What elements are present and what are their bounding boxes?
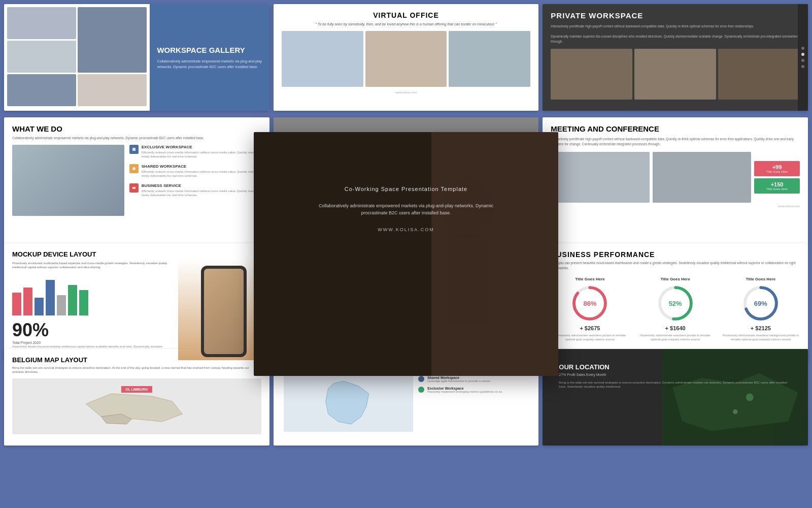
meeting-photo-1 xyxy=(551,152,649,203)
france-dot-1 xyxy=(418,376,424,382)
bar-3 xyxy=(35,298,44,315)
hero-background xyxy=(254,132,558,376)
service-business: BUSINESS SERVICE Efficiently unleash cro… xyxy=(129,183,261,198)
what-we-do-content: EXCLUSIVE WORKSPACE Efficiently unleash … xyxy=(12,145,261,216)
location-content: OUR LOCATION 27% Profit Sales Every Mont… xyxy=(551,356,800,396)
workspace-photo-3 xyxy=(7,41,76,73)
hero-bg-svg xyxy=(254,132,558,376)
france-item-1: Shared Workspace Leverage agile framewor… xyxy=(418,376,528,383)
sidebar-dot-4 xyxy=(801,65,804,68)
donut-chart-2: 52% xyxy=(658,285,693,321)
france-svg xyxy=(284,376,413,432)
perf-value-2: + $1640 xyxy=(636,325,715,331)
perf-value-3: + $2125 xyxy=(722,325,800,331)
donut-label-2: 52% xyxy=(669,299,682,307)
workspace-gallery-content: WORKSPACE GALLERY Collaboratively admini… xyxy=(150,4,269,111)
belgium-map-visual: OL LIMBURG xyxy=(12,378,261,434)
mockup-percent: 90% xyxy=(12,320,170,341)
meeting-desc: Interactively pontificate high-payoff co… xyxy=(551,137,800,147)
mockup-content-left: MOCKUP DEVICE LAYOUT Proactively envisio… xyxy=(4,243,178,360)
bar-7 xyxy=(79,290,88,315)
shared-name: SHARED WORKSPACE xyxy=(142,164,261,169)
france-map-visual xyxy=(284,376,413,432)
location-desc: Bring to the table win-win survival stra… xyxy=(559,380,792,389)
service-exclusive: EXCLUSIVE WORKSPACE Efficiently unleash … xyxy=(129,145,261,159)
belgium-map-label: OL LIMBURG xyxy=(121,386,152,393)
slide-meeting-conference: MEETING AND CONFERENCE Interactively pon… xyxy=(543,117,808,244)
private-workspace-photos xyxy=(551,49,800,100)
virtual-photo-3 xyxy=(449,31,530,87)
private-workspace-subtitle: Dynamically maintain superior dis-cussed… xyxy=(551,34,800,44)
bar-6 xyxy=(68,285,77,315)
business-text: BUSINESS SERVICE Efficiently unleash cro… xyxy=(142,183,261,198)
perf-label-1: Title Goes Here xyxy=(551,277,629,281)
france-dot-2 xyxy=(418,387,424,393)
workspace-gallery-desc: Collaboratively administrate empowered m… xyxy=(157,59,262,70)
bar-4 xyxy=(46,280,55,315)
shared-icon xyxy=(129,164,139,173)
donut-chart-3: 69% xyxy=(743,285,779,321)
slide-mockup-device: MOCKUP DEVICE LAYOUT Proactively envisio… xyxy=(4,243,269,360)
slide-workspace-gallery: WORKSPACE GALLERY Collaboratively admini… xyxy=(4,4,269,111)
workspace-gallery-title: WORKSPACE GALLERY xyxy=(157,45,262,55)
svg-rect-1 xyxy=(132,187,136,189)
bar-5 xyxy=(57,295,66,315)
france-item-name-1: Shared Workspace xyxy=(427,376,491,379)
what-we-do-title: WHAT WE DO xyxy=(12,124,261,133)
virtual-office-title: VIRTUAL OFFICE xyxy=(282,11,531,19)
stat-value-1: +99 xyxy=(759,164,795,170)
stat-box-1: +99 Title Goes Here xyxy=(754,161,800,176)
slide-what-we-do: WHAT WE DO Collaboratively administrate … xyxy=(4,117,269,244)
meeting-photos: +99 Title Goes Here +150 Title Goes Here xyxy=(551,152,800,203)
virtual-office-url: www.kolisa.com xyxy=(282,91,531,94)
workspace-photo-2 xyxy=(78,7,147,73)
virtual-office-photos xyxy=(282,31,531,87)
hero-description: Collaboratively administrate empowered m… xyxy=(310,202,502,217)
phone-screen xyxy=(204,269,244,354)
france-item-text-1: Shared Workspace Leverage agile framewor… xyxy=(427,376,491,383)
svg-point-0 xyxy=(132,167,136,170)
workspace-photo-grid xyxy=(4,4,150,111)
perf-sub-1: Interactively administrate seamless port… xyxy=(551,333,629,342)
location-title: OUR LOCATION xyxy=(559,363,792,371)
what-we-do-photo xyxy=(12,145,124,216)
slide-virtual-office: VIRTUAL OFFICE " To be fully seen by som… xyxy=(274,4,539,111)
mockup-bar-chart xyxy=(12,275,170,315)
exclusive-text: EXCLUSIVE WORKSPACE Efficiently unleash … xyxy=(142,145,261,159)
phone-mockup xyxy=(201,266,247,357)
business-name: BUSINESS SERVICE xyxy=(142,183,261,188)
perf-col-3: Title Goes Here 69% + $2125 Proactively … xyxy=(722,277,800,342)
france-content: Shared Workspace Leverage agile framewor… xyxy=(284,376,529,432)
private-photo-3 xyxy=(718,49,800,100)
bar-2 xyxy=(23,288,32,315)
hero-tagline: Co-Working Space Presentation Template xyxy=(264,186,548,192)
mockup-title: MOCKUP DEVICE LAYOUT xyxy=(12,250,170,258)
virtual-photo-2 xyxy=(365,31,447,87)
stat-sub-2: Title Goes Here xyxy=(759,187,795,190)
slide-belgium-map: BELGIUM MAP LAYOUT Bring the table win-w… xyxy=(4,349,269,446)
france-item-text-2: Exclusive Workspace Passively implement … xyxy=(427,387,503,393)
exclusive-desc: Efficiently unleash cross-media informat… xyxy=(142,150,261,159)
slide-our-location: OUR LOCATION 27% Profit Sales Every Mont… xyxy=(543,349,808,446)
business-icon xyxy=(129,183,139,193)
shared-desc: Efficiently unleash cross-media informat… xyxy=(142,170,261,178)
private-workspace-sidebar xyxy=(798,4,808,111)
sidebar-dot-1 xyxy=(801,47,804,50)
performance-columns: Title Goes Here 86% + $2675 Interactivel… xyxy=(551,277,800,342)
bar-1 xyxy=(12,293,21,315)
workspace-photo-5 xyxy=(78,74,147,106)
perf-sub-2: Assertively administrate seamless portal… xyxy=(636,333,715,342)
private-photo-1 xyxy=(551,49,632,100)
location-subtitle: 27% Profit Sales Every Month xyxy=(559,373,792,376)
exclusive-name: EXCLUSIVE WORKSPACE xyxy=(142,145,261,149)
sidebar-dot-3 xyxy=(801,59,804,62)
france-item-name-2: Exclusive Workspace xyxy=(427,387,503,390)
perf-col-1: Title Goes Here 86% + $2675 Interactivel… xyxy=(551,277,629,342)
belgium-desc: Bring the table win-win survival strateg… xyxy=(12,366,261,374)
donut-chart-1: 86% xyxy=(572,285,607,321)
workspace-photo-1 xyxy=(7,7,76,39)
perf-col-2: Title Goes Here 52% + $1640 Assertively … xyxy=(636,277,715,342)
private-workspace-desc: Interactively pontificate high-payoff co… xyxy=(551,24,800,29)
svg-rect-15 xyxy=(447,234,487,325)
slide-private-workspace: PRIVATE WORKSPACE Interactively pontific… xyxy=(543,4,808,111)
